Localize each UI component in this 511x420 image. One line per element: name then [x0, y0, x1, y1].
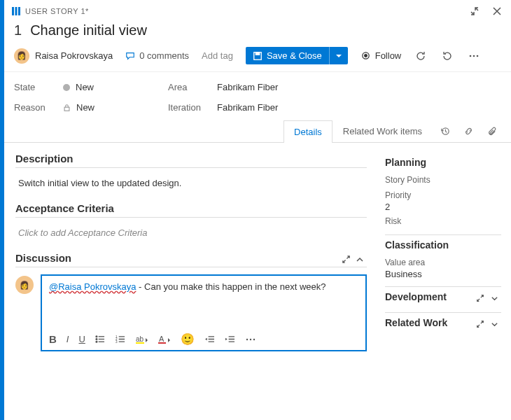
- svg-rect-19: [136, 342, 144, 344]
- svg-rect-2: [18, 7, 20, 15]
- svg-point-8: [473, 55, 475, 57]
- svg-text:A: A: [159, 335, 164, 343]
- close-icon[interactable]: [490, 4, 504, 18]
- avatar: 👩: [14, 48, 29, 64]
- description-field[interactable]: Switch initial view to the updated desig…: [15, 175, 367, 202]
- expand-development-icon[interactable]: [473, 291, 487, 305]
- expand-discussion-icon[interactable]: [339, 253, 353, 267]
- svg-rect-21: [158, 342, 166, 344]
- svg-point-6: [364, 55, 367, 57]
- planning-heading: Planning: [385, 157, 501, 171]
- iteration-label: Iteration: [168, 102, 217, 113]
- workitem-id: 1: [14, 22, 22, 38]
- svg-point-23: [250, 338, 251, 340]
- restore-dialog-icon[interactable]: [468, 4, 482, 18]
- reason-field[interactable]: New: [63, 102, 168, 113]
- workitem-title[interactable]: Change initial view: [30, 22, 147, 38]
- discussion-text: - Can you make this happen in the next w…: [136, 281, 326, 292]
- editor-indent-button[interactable]: [225, 335, 235, 344]
- more-actions-icon[interactable]: [467, 49, 481, 63]
- svg-text:3: 3: [115, 340, 118, 344]
- tab-links-icon[interactable]: [456, 120, 480, 142]
- svg-point-12: [96, 336, 97, 337]
- editor-emoji-button[interactable]: 🙂: [181, 332, 195, 346]
- svg-point-22: [246, 338, 248, 340]
- lock-icon: [63, 104, 71, 112]
- mention-link[interactable]: @Raisa Pokrovskaya: [49, 281, 136, 292]
- expand-related-icon[interactable]: [473, 317, 487, 331]
- comment-icon: [125, 51, 135, 61]
- editor-underline-button[interactable]: U: [78, 334, 85, 344]
- iteration-field[interactable]: Fabrikam Fiber: [217, 102, 357, 113]
- svg-rect-4: [255, 52, 259, 55]
- title-row: 1 Change initial view: [4, 18, 511, 44]
- collapse-related-icon[interactable]: [487, 317, 501, 331]
- development-heading: Development: [385, 291, 447, 305]
- svg-point-14: [96, 341, 97, 342]
- value-area-label: Value area: [385, 253, 501, 267]
- assignee-name: Raisa Pokrovskaya: [35, 50, 113, 61]
- state-field[interactable]: New: [63, 82, 168, 92]
- svg-rect-10: [64, 107, 69, 111]
- svg-text:ab: ab: [136, 335, 144, 343]
- value-area-field[interactable]: Business: [385, 267, 501, 279]
- svg-point-7: [470, 55, 472, 57]
- collapse-discussion-icon[interactable]: [353, 253, 367, 267]
- editor-outdent-button[interactable]: [204, 335, 215, 344]
- editor-highlight-button[interactable]: ab: [136, 335, 148, 344]
- save-split-caret[interactable]: [329, 47, 348, 64]
- save-and-close-button[interactable]: Save & Close: [246, 47, 348, 64]
- priority-field[interactable]: 2: [385, 200, 501, 212]
- refresh-icon[interactable]: [414, 49, 428, 63]
- editor-italic-button[interactable]: I: [66, 334, 69, 344]
- editor-bullet-list-button[interactable]: [95, 335, 106, 344]
- tab-attachments-icon[interactable]: [480, 120, 504, 142]
- dialog-chrome: USER STORY 1*: [4, 0, 511, 18]
- risk-label: Risk: [385, 212, 501, 226]
- add-tag-button[interactable]: Add tag: [202, 50, 233, 61]
- editor-number-list-button[interactable]: 123: [115, 335, 126, 344]
- story-points-label: Story Points: [385, 171, 501, 185]
- revert-icon[interactable]: [440, 49, 454, 63]
- comments-count[interactable]: 0 comments: [125, 50, 189, 61]
- editor-font-color-button[interactable]: A: [158, 335, 171, 344]
- editor-more-button[interactable]: [245, 335, 256, 344]
- follow-button[interactable]: Follow: [360, 50, 402, 61]
- collapse-development-icon[interactable]: [487, 291, 501, 305]
- area-label: Area: [168, 82, 217, 92]
- svg-point-9: [477, 55, 479, 57]
- workitem-type-icon: [11, 6, 21, 16]
- classification-heading: Classification: [385, 239, 501, 253]
- follow-icon: [360, 50, 371, 61]
- tab-details[interactable]: Details: [284, 120, 332, 143]
- discussion-editor[interactable]: @Raisa Pokrovskaya - Can you make this h…: [41, 274, 367, 351]
- discussion-heading: Discussion: [15, 252, 71, 267]
- area-field[interactable]: Fabrikam Fiber: [217, 82, 357, 92]
- state-dot-icon: [63, 84, 70, 91]
- svg-rect-0: [12, 7, 14, 15]
- tab-related-work-items[interactable]: Related Work items: [332, 120, 433, 142]
- risk-field[interactable]: [385, 226, 501, 227]
- workitem-type-label: USER STORY 1*: [25, 7, 89, 15]
- related-work-heading: Related Work: [385, 317, 447, 331]
- assignee-picker[interactable]: 👩 Raisa Pokrovskaya: [14, 48, 113, 64]
- acceptance-heading: Acceptance Criteria: [15, 202, 367, 217]
- tab-history-icon[interactable]: [433, 120, 456, 142]
- save-icon: [253, 51, 262, 61]
- avatar: 👩: [15, 276, 34, 294]
- acceptance-field[interactable]: Click to add Acceptance Criteria: [15, 225, 367, 252]
- editor-bold-button[interactable]: B: [49, 333, 57, 345]
- svg-point-24: [253, 338, 255, 340]
- priority-label: Priority: [385, 186, 501, 200]
- svg-point-13: [96, 339, 97, 340]
- svg-rect-1: [15, 7, 18, 15]
- state-label: State: [14, 82, 63, 92]
- reason-label: Reason: [14, 102, 63, 113]
- description-heading: Description: [15, 153, 367, 167]
